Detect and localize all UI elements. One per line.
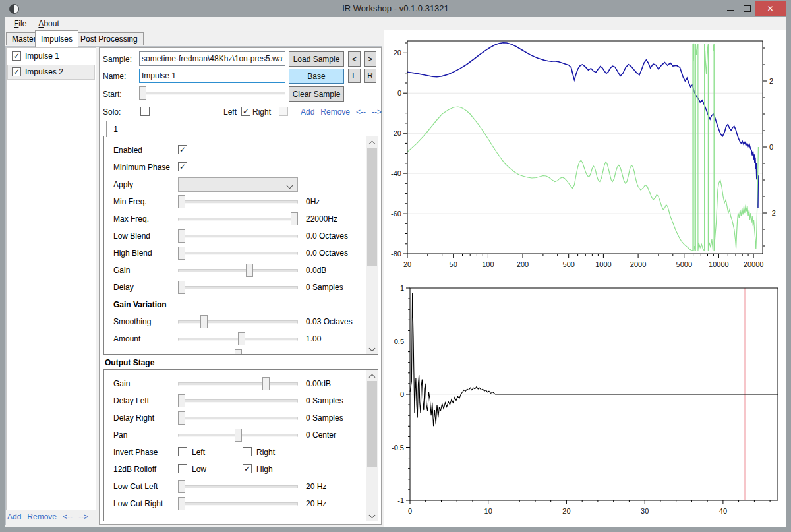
left-arrow-link[interactable]: <-- [63, 512, 73, 521]
prev-sample-button[interactable]: < [348, 51, 361, 67]
slider[interactable] [178, 315, 298, 328]
slider-thumb[interactable] [178, 394, 185, 407]
slider[interactable] [178, 497, 298, 510]
impulse-sub-tab-1[interactable]: 1 [106, 121, 125, 137]
slider[interactable] [178, 281, 298, 294]
right-arrow-link[interactable]: --> [372, 107, 382, 117]
svg-text:-2: -2 [769, 209, 776, 217]
checkbox[interactable] [178, 464, 187, 473]
tab-post-processing[interactable]: Post Processing [74, 32, 144, 45]
scroll-up-icon[interactable] [366, 370, 378, 381]
slider[interactable] [178, 411, 298, 425]
remove-link[interactable]: Remove [27, 512, 57, 521]
svg-text:20: 20 [394, 49, 401, 57]
close-button[interactable]: ✕ [755, 1, 786, 16]
slider-thumb[interactable] [178, 229, 185, 243]
slider[interactable] [178, 429, 298, 442]
left-arrow-link[interactable]: <-- [356, 107, 366, 117]
impulse-links: AddRemove<----> [301, 107, 382, 117]
minimize-icon [727, 10, 734, 11]
param-row-gain-variation: Gain Variation [104, 296, 366, 313]
checkbox[interactable]: ✓ [178, 162, 187, 171]
sample-path-input[interactable] [139, 51, 285, 66]
scroll-up-icon[interactable] [366, 136, 378, 148]
slider-thumb[interactable] [235, 429, 242, 442]
svg-text:0: 0 [397, 89, 401, 97]
base-button[interactable]: Base [289, 69, 344, 84]
svg-text:20000: 20000 [744, 260, 764, 268]
add-link[interactable]: Add [7, 512, 21, 521]
param-value: 20 Hz [306, 482, 326, 491]
minimize-button[interactable] [722, 1, 738, 16]
name-input[interactable] [139, 69, 285, 83]
tab-strip: MasterImpulsesPost Processing [5, 30, 382, 47]
scrollbar-thumb[interactable] [367, 148, 377, 266]
right-checkbox[interactable] [279, 107, 288, 116]
slider[interactable] [178, 480, 298, 493]
param-label: Enabled [113, 146, 142, 155]
solo-label: Solo: [103, 107, 121, 117]
slider[interactable] [178, 377, 298, 390]
slider-thumb[interactable] [178, 195, 185, 208]
slider[interactable] [178, 212, 298, 225]
slider-thumb[interactable] [178, 497, 185, 510]
right-arrow-link[interactable]: --> [78, 512, 88, 521]
solo-checkbox[interactable] [140, 107, 150, 116]
menu-file[interactable]: File [8, 18, 32, 30]
checkbox[interactable] [243, 447, 252, 456]
menu-bar: FileAbout [5, 17, 786, 30]
scrollbar-thumb[interactable] [367, 381, 377, 467]
clear-sample-button[interactable]: Clear Sample [289, 86, 344, 102]
checkbox[interactable]: ✓ [12, 67, 21, 76]
left-channel-button[interactable]: L [348, 69, 361, 83]
svg-text:20: 20 [562, 507, 570, 515]
slider-thumb[interactable] [178, 247, 185, 260]
param-row-low-blend: Low Blend0.0 Octaves [104, 227, 366, 245]
maximize-button[interactable] [739, 1, 755, 16]
apply-dropdown[interactable] [178, 177, 298, 192]
checkbox[interactable] [178, 447, 187, 456]
slider-thumb[interactable] [200, 315, 208, 328]
param-label: Delay Left [113, 396, 149, 405]
param-value: 0 Center [306, 430, 336, 440]
slider-thumb[interactable] [178, 480, 185, 493]
slider-thumb[interactable] [178, 281, 185, 294]
sidebar-item-impulse-1[interactable]: ✓Impulse 1 [7, 49, 95, 64]
sidebar-item-impulses-2[interactable]: ✓Impulses 2 [7, 65, 95, 80]
menu-about[interactable]: About [32, 18, 65, 30]
left-checkbox[interactable]: ✓ [241, 107, 250, 116]
slider[interactable] [178, 195, 298, 208]
load-sample-button[interactable]: Load Sample [289, 51, 344, 67]
tab-impulses[interactable]: Impulses [35, 30, 78, 47]
svg-text:200: 200 [517, 260, 529, 268]
slider-thumb[interactable] [246, 264, 253, 277]
scrollbar[interactable] [366, 136, 378, 354]
add-link[interactable]: Add [301, 107, 314, 117]
slider[interactable] [178, 332, 298, 345]
slider-track [178, 502, 298, 506]
checkbox[interactable]: ✓ [12, 51, 21, 61]
slider-thumb[interactable] [178, 411, 185, 425]
slider[interactable] [178, 247, 298, 260]
next-sample-button[interactable]: > [364, 51, 376, 67]
slider-thumb[interactable] [139, 86, 146, 100]
remove-link[interactable]: Remove [320, 107, 350, 117]
svg-text:30: 30 [641, 507, 649, 515]
slider-thumb[interactable] [238, 332, 245, 345]
slider-thumb[interactable] [291, 212, 298, 225]
slider-thumb[interactable] [262, 377, 270, 390]
checkbox[interactable]: ✓ [243, 464, 252, 473]
start-slider[interactable] [139, 86, 285, 100]
scroll-down-icon[interactable] [366, 343, 378, 354]
slider[interactable] [178, 264, 298, 277]
param-value: 0.0 Octaves [306, 231, 348, 241]
slider[interactable] [178, 394, 298, 407]
slider[interactable] [178, 229, 298, 243]
right-channel-button[interactable]: R [364, 69, 376, 83]
checkbox[interactable]: ✓ [178, 145, 187, 154]
slider[interactable] [178, 349, 298, 355]
scroll-down-icon[interactable] [366, 510, 378, 521]
scrollbar[interactable] [366, 370, 378, 521]
slider-thumb[interactable] [235, 349, 242, 355]
param-row-pan: Pan0 Center [104, 427, 366, 444]
